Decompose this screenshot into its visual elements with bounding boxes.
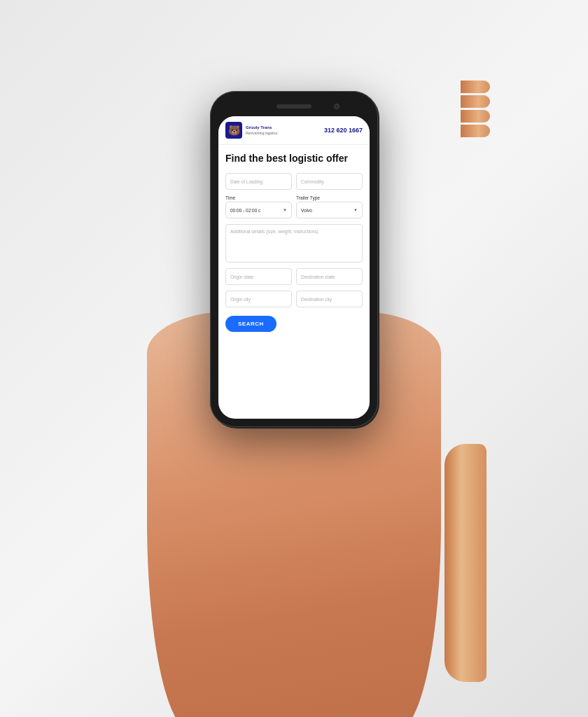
form-group-trailer: Trailer Type Volvo ▼ — [296, 195, 363, 218]
app-phone-number: 312 620 1667 — [324, 127, 363, 134]
phone-body: 🐻 Grizzly Trans Reinventing logistics 31… — [210, 91, 378, 427]
app-header: 🐻 Grizzly Trans Reinventing logistics 31… — [218, 116, 370, 145]
date-of-loading-input[interactable]: Date of Loading: — [225, 173, 292, 190]
finger-tip-4 — [461, 125, 490, 137]
finger-tip-3 — [461, 110, 490, 123]
search-button[interactable]: SEARCH — [225, 316, 276, 332]
finger-tips — [461, 81, 490, 137]
trailer-select-arrow: ▼ — [354, 208, 358, 212]
origin-city-input[interactable]: Origin city — [225, 291, 292, 307]
time-select[interactable]: 00:00 - 02:00 c ▼ — [225, 202, 292, 218]
origin-state-input[interactable]: Origin state — [225, 268, 292, 285]
app-logo-area: 🐻 Grizzly Trans Reinventing logistics — [225, 122, 278, 139]
destination-state-input[interactable]: Destination state — [296, 268, 363, 285]
app-logo-subtitle: Reinventing logistics — [246, 131, 278, 135]
phone-wrapper: 🐻 Grizzly Trans Reinventing logistics 31… — [210, 91, 378, 427]
phone-speaker — [276, 104, 312, 109]
phone-top-bar — [218, 99, 370, 113]
time-label: Time — [225, 195, 292, 200]
app-logo-title: Grizzly Trans — [246, 125, 278, 130]
form-row-states: Origin state Destination state — [225, 268, 363, 285]
trailer-type-select[interactable]: Volvo ▼ — [296, 202, 363, 218]
additional-details-textarea[interactable]: Additional details (size, weight, instru… — [225, 224, 363, 263]
phone-camera — [334, 104, 340, 109]
app-logo-icon: 🐻 — [225, 122, 242, 139]
phone-screen: 🐻 Grizzly Trans Reinventing logistics 31… — [218, 116, 370, 419]
hand-right-side — [444, 444, 486, 682]
bear-logo-icon: 🐻 — [228, 125, 240, 137]
finger-tip-1 — [461, 81, 490, 93]
time-select-arrow: ▼ — [283, 208, 287, 212]
app-logo-text: Grizzly Trans Reinventing logistics — [246, 125, 278, 134]
destination-city-input[interactable]: Destination city — [296, 291, 363, 307]
form-row-cities: Origin city Destination city — [225, 291, 363, 307]
finger-tip-2 — [461, 95, 490, 108]
form-row-time-trailer: Time 00:00 - 02:00 c ▼ Trailer Type Volv… — [225, 195, 363, 218]
form-group-time: Time 00:00 - 02:00 c ▼ — [225, 195, 292, 218]
page-title: Find the best logistic offer — [225, 152, 363, 165]
commodity-input[interactable]: Commodity — [296, 173, 363, 190]
form-row-date-commodity: Date of Loading: Commodity — [225, 173, 363, 190]
trailer-type-label: Trailer Type — [296, 195, 363, 200]
scene: 🐻 Grizzly Trans Reinventing logistics 31… — [0, 0, 588, 717]
app-content: Find the best logistic offer Date of Loa… — [218, 145, 370, 419]
